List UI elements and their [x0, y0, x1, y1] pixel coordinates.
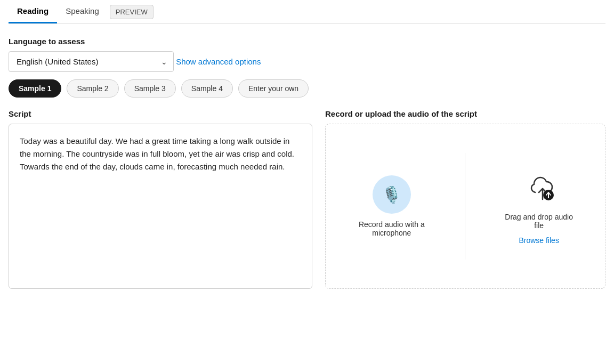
pill-sample1[interactable]: Sample 1: [9, 79, 61, 98]
pill-sample4[interactable]: Sample 4: [181, 79, 233, 98]
tab-speaking[interactable]: Speaking: [57, 0, 108, 23]
tab-preview[interactable]: PREVIEW: [110, 5, 154, 19]
tab-reading[interactable]: Reading: [9, 0, 57, 23]
upload-icon-wrapper: [520, 168, 558, 206]
tab-bar: Reading Speaking PREVIEW: [9, 0, 605, 24]
language-dropdown[interactable]: English (United States) English (United …: [9, 51, 174, 72]
cloud-upload-icon: [523, 173, 555, 202]
audio-section: Record or upload the audio of the script…: [325, 109, 605, 289]
sample-pills: Sample 1 Sample 2 Sample 3 Sample 4 Ente…: [9, 79, 605, 98]
content-row: Script Today was a beautiful day. We had…: [9, 109, 605, 289]
script-section: Script Today was a beautiful day. We had…: [9, 109, 312, 289]
browse-files-link[interactable]: Browse files: [519, 236, 559, 245]
pill-enter-own[interactable]: Enter your own: [238, 79, 309, 98]
audio-heading: Record or upload the audio of the script: [325, 109, 605, 118]
upload-audio-option[interactable]: Drag and drop audio file Browse files: [502, 168, 576, 245]
language-dropdown-wrapper: English (United States) English (United …: [9, 51, 174, 72]
pill-sample2[interactable]: Sample 2: [67, 79, 118, 98]
record-audio-option[interactable]: 🎙️ Record audio with a microphone: [354, 175, 429, 237]
language-label: Language to assess: [9, 37, 605, 46]
record-audio-label: Record audio with a microphone: [354, 220, 429, 237]
pill-sample3[interactable]: Sample 3: [124, 79, 176, 98]
vertical-divider: [465, 153, 465, 260]
script-heading: Script: [9, 109, 312, 118]
mic-icon-wrapper: 🎙️: [373, 175, 411, 214]
microphone-icon: 🎙️: [382, 185, 401, 204]
script-text-box: Today was a beautiful day. We had a grea…: [9, 124, 312, 289]
show-advanced-options-link[interactable]: Show advanced options: [176, 57, 261, 66]
upload-audio-label: Drag and drop audio file: [502, 213, 576, 230]
audio-upload-box[interactable]: 🎙️ Record audio with a microphone: [325, 124, 605, 289]
